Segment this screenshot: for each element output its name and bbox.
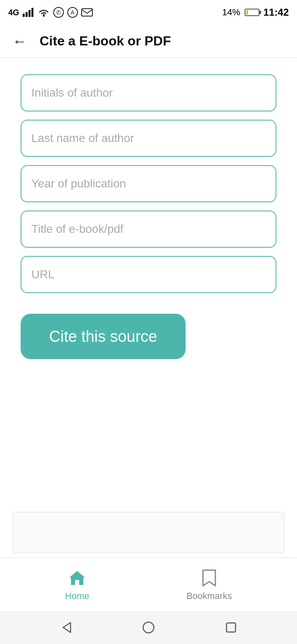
lastname-input[interactable]: [21, 120, 276, 157]
whatsapp-icon: ✆: [53, 7, 64, 18]
system-nav: [0, 611, 297, 644]
signal-text: 4G: [8, 8, 19, 17]
signal-icon: [23, 8, 34, 17]
status-right: 14% 11:42: [222, 7, 289, 18]
cite-source-button[interactable]: Cite this source: [21, 314, 186, 359]
output-area: [21, 367, 276, 504]
recents-system-button[interactable]: [222, 618, 240, 637]
svg-rect-12: [226, 623, 236, 632]
svg-marker-10: [63, 623, 71, 632]
home-system-button[interactable]: [139, 618, 158, 637]
battery-percentage: 14%: [222, 7, 240, 18]
main-content: Cite this source: [0, 58, 297, 512]
battery-icon: [245, 9, 259, 16]
nav-item-home[interactable]: Home: [65, 568, 90, 601]
year-input[interactable]: [21, 165, 276, 202]
svg-rect-9: [82, 9, 92, 16]
status-bar: 4G ✆ A 14%: [0, 0, 297, 25]
citation-output: [12, 512, 285, 553]
url-input[interactable]: [21, 256, 276, 293]
svg-rect-0: [23, 14, 25, 17]
nav-item-bookmarks[interactable]: Bookmarks: [186, 568, 232, 601]
svg-rect-1: [26, 12, 28, 17]
svg-point-11: [143, 622, 154, 633]
battery-icon-container: [245, 9, 259, 16]
citation-form: [21, 74, 276, 293]
wifi-icon: [38, 8, 50, 17]
svg-text:A: A: [71, 9, 75, 16]
back-button[interactable]: ←: [12, 33, 27, 50]
bookmarks-label: Bookmarks: [186, 591, 232, 601]
title-input[interactable]: [21, 211, 276, 248]
bookmarks-icon: [199, 568, 219, 588]
svg-rect-3: [31, 8, 33, 17]
status-left: 4G ✆ A: [8, 7, 93, 18]
page-title: Cite a E-book or PDF: [40, 33, 171, 49]
bottom-nav: Home Bookmarks: [0, 557, 297, 611]
svg-text:✆: ✆: [56, 9, 61, 16]
home-icon: [67, 568, 87, 588]
time-display: 11:42: [264, 7, 289, 18]
back-system-button[interactable]: [57, 618, 75, 637]
home-label: Home: [65, 591, 90, 601]
battery-fill: [246, 10, 248, 14]
avast-icon: A: [67, 7, 78, 18]
gmail-icon: [81, 8, 93, 17]
svg-rect-2: [28, 10, 31, 17]
svg-point-4: [42, 15, 45, 17]
initials-input[interactable]: [21, 74, 276, 111]
header: ← Cite a E-book or PDF: [0, 25, 297, 58]
